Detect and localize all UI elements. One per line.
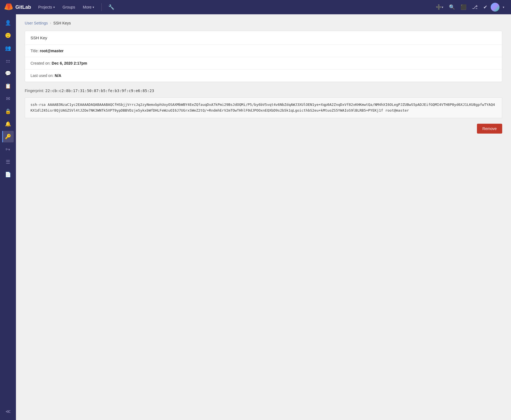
- search-icon: 🔍: [449, 4, 455, 10]
- title-label: Title:: [30, 49, 39, 53]
- nav-todos[interactable]: ✔: [481, 2, 490, 12]
- merge-icon: ⎇: [472, 4, 478, 10]
- nav-divider: [101, 3, 102, 11]
- more-chevron-icon: ▾: [93, 5, 94, 9]
- new-chevron-icon: ▾: [442, 5, 443, 9]
- sidebar-bottom: ≪: [2, 405, 14, 418]
- gpg-key-icon: 🗝: [5, 147, 10, 152]
- nav-projects[interactable]: Projects ▾: [35, 3, 58, 11]
- fingerprint-label: Fingerprint:: [25, 89, 44, 93]
- bell-icon: 🔔: [5, 121, 11, 127]
- ssh-key-icon: 🔑: [5, 134, 11, 140]
- title-value: root@master: [40, 49, 64, 53]
- main-content: User Settings › SSH Keys SSH Key Title: …: [16, 14, 511, 420]
- nav-sidebar-toggle[interactable]: ⬛: [458, 2, 469, 12]
- ssh-card-title-row: Title: root@master: [25, 45, 502, 57]
- ssh-key-info-card: SSH Key Title: root@master Created on: D…: [25, 31, 502, 82]
- created-label: Created on:: [30, 61, 51, 65]
- last-used-value: N/A: [55, 73, 61, 78]
- nav-avatar-chevron[interactable]: ▾: [501, 4, 507, 11]
- sidebar-item-snippets[interactable]: 📋: [2, 80, 14, 92]
- sidebar-item-account[interactable]: 🙂: [2, 30, 14, 41]
- logo-text: GitLab: [15, 4, 31, 10]
- groups-icon: 👥: [5, 45, 11, 51]
- nav-user-avatar[interactable]: [491, 3, 499, 12]
- app-layout: 👤 🙂 👥 ⚏ 💬 📋 ✉ 🔒 🔔 🔑 🗝: [0, 14, 511, 420]
- breadcrumb-current: SSH Keys: [53, 21, 71, 25]
- sidebar-item-ssh-keys[interactable]: 🔑: [2, 131, 14, 142]
- nav-right-actions: ➕ ▾ 🔍 ⬛ ⎇ ✔ ▾: [434, 2, 507, 12]
- top-navigation: GitLab Projects ▾ Groups More ▾ 🔧 ➕ ▾ 🔍 …: [0, 0, 511, 14]
- nav-new-button[interactable]: ➕ ▾: [434, 2, 446, 12]
- account-icon: 🙂: [5, 32, 11, 38]
- fingerprint-value: 22:cb:c2:8b:17:31:50:87:b5:fe:b3:9f:c9:e…: [45, 89, 154, 93]
- sidebar-item-profile[interactable]: 👤: [2, 17, 14, 29]
- sidebar-item-preferences[interactable]: ☰: [2, 156, 14, 168]
- projects-chevron-icon: ▾: [53, 5, 55, 9]
- sidebar-item-notifications[interactable]: 🔔: [2, 118, 14, 130]
- applications-icon: ⚏: [6, 58, 10, 64]
- nav-groups[interactable]: Groups: [60, 3, 78, 11]
- sidebar-item-emails[interactable]: ✉: [2, 93, 14, 104]
- breadcrumb-separator: ›: [50, 21, 51, 25]
- ssh-key-content-box: ssh-rsa AAAAB3NzaC1yc2EAAAADAQABAAABAQCf…: [25, 97, 502, 118]
- emails-icon: ✉: [6, 96, 10, 102]
- collapse-icon: ≪: [5, 408, 11, 415]
- breadcrumb: User Settings › SSH Keys: [25, 21, 502, 25]
- remove-button[interactable]: Remove: [477, 124, 502, 134]
- ssh-card-created-row: Created on: Dec 6, 2020 2:17pm: [25, 57, 502, 70]
- nav-logo[interactable]: GitLab: [4, 3, 31, 12]
- nav-admin-wrench[interactable]: 🔧: [106, 2, 116, 12]
- ssh-card-last-used-row: Last used on: N/A: [25, 70, 502, 82]
- plus-icon: ➕: [436, 4, 442, 10]
- created-value: Dec 6, 2020 2:17pm: [52, 61, 87, 65]
- breadcrumb-parent[interactable]: User Settings: [25, 21, 48, 25]
- sidebar: 👤 🙂 👥 ⚏ 💬 📋 ✉ 🔒 🔔 🔑 🗝: [0, 14, 16, 420]
- last-used-label: Last used on:: [30, 73, 54, 78]
- fingerprint-row: Fingerprint: 22:cb:c2:8b:17:31:50:87:b5:…: [25, 89, 502, 93]
- sidebar-item-chat[interactable]: 💬: [2, 68, 14, 79]
- profile-icon: 👤: [5, 20, 11, 26]
- todo-icon: ✔: [483, 4, 487, 10]
- sidebar-item-gpg-keys[interactable]: 🗝: [2, 143, 14, 155]
- avatar-chevron-icon: ▾: [503, 5, 504, 9]
- remove-button-row: Remove: [25, 124, 502, 134]
- sidebar-item-groups[interactable]: 👥: [2, 42, 14, 54]
- nav-more[interactable]: More ▾: [80, 3, 97, 11]
- nav-search-button[interactable]: 🔍: [447, 2, 457, 12]
- sidebar-toggle-icon: ⬛: [460, 4, 466, 10]
- sidebar-item-applications[interactable]: ⚏: [2, 55, 14, 67]
- chat-icon: 💬: [5, 70, 11, 76]
- sidebar-collapse-button[interactable]: ≪: [2, 406, 14, 417]
- lock-icon: 🔒: [5, 108, 11, 114]
- nav-merge-requests[interactable]: ⎇: [470, 2, 480, 12]
- sidebar-item-security[interactable]: 🔒: [2, 106, 14, 117]
- preferences-icon: ☰: [6, 159, 10, 165]
- ssh-card-header: SSH Key: [25, 31, 502, 45]
- logs-icon: 📄: [5, 172, 11, 178]
- sidebar-item-logs[interactable]: 📄: [2, 169, 14, 180]
- snippets-icon: 📋: [5, 83, 11, 89]
